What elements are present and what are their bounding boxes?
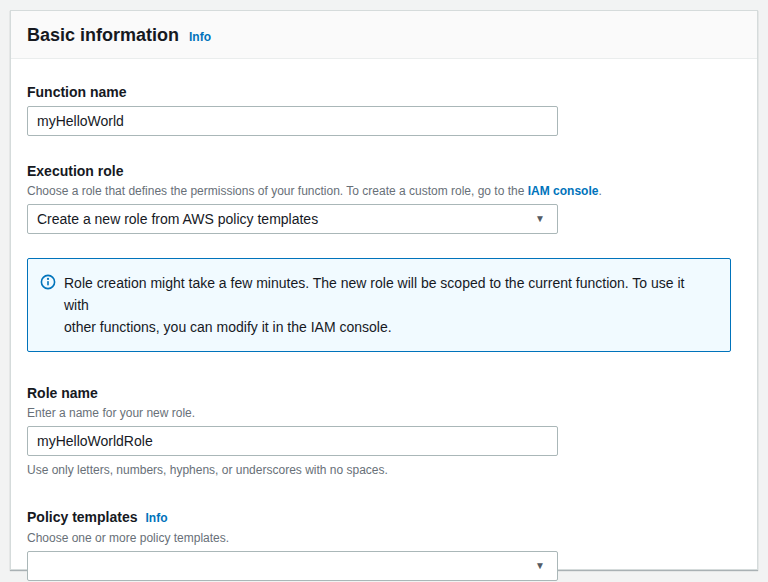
policy-templates-select[interactable]: ▼ xyxy=(27,551,558,581)
section-title: Basic information xyxy=(27,25,179,46)
role-name-field: Role name Enter a name for your new role… xyxy=(27,384,741,478)
policy-templates-info-link[interactable]: Info xyxy=(146,509,168,527)
policy-templates-label-text: Policy templates xyxy=(27,508,138,526)
execution-role-select[interactable]: Create a new role from AWS policy templa… xyxy=(27,204,558,234)
info-icon xyxy=(40,274,56,338)
role-creation-info-alert: Role creation might take a few minutes. … xyxy=(27,258,731,352)
policy-templates-label: Policy templates Info xyxy=(27,508,741,527)
role-name-constraint: Use only letters, numbers, hyphens, or u… xyxy=(27,462,741,478)
card-body: Function name Execution role Choose a ro… xyxy=(11,59,757,582)
execution-role-description-period: . xyxy=(598,184,601,198)
function-name-label: Function name xyxy=(27,83,741,101)
alert-message: Role creation might take a few minutes. … xyxy=(64,272,710,338)
role-name-description: Enter a name for your new role. xyxy=(27,405,741,421)
execution-role-label: Execution role xyxy=(27,162,741,180)
execution-role-description: Choose a role that defines the permissio… xyxy=(27,183,741,199)
policy-templates-field: Policy templates Info Choose one or more… xyxy=(27,508,741,581)
header-info-link[interactable]: Info xyxy=(189,30,211,44)
execution-role-field: Execution role Choose a role that define… xyxy=(27,162,741,234)
chevron-down-icon: ▼ xyxy=(535,561,545,571)
execution-role-description-text: Choose a role that defines the permissio… xyxy=(27,184,528,198)
chevron-down-icon: ▼ xyxy=(535,214,545,224)
function-name-field: Function name xyxy=(27,83,741,136)
execution-role-selected-option: Create a new role from AWS policy templa… xyxy=(37,211,318,227)
role-name-input[interactable] xyxy=(27,426,558,456)
role-name-label: Role name xyxy=(27,384,741,402)
iam-console-link[interactable]: IAM console xyxy=(528,184,599,198)
policy-templates-description: Choose one or more policy templates. xyxy=(27,530,741,546)
basic-information-card: Basic information Info Function name Exe… xyxy=(10,10,758,570)
function-name-input[interactable] xyxy=(27,106,558,136)
card-header: Basic information Info xyxy=(11,11,757,59)
